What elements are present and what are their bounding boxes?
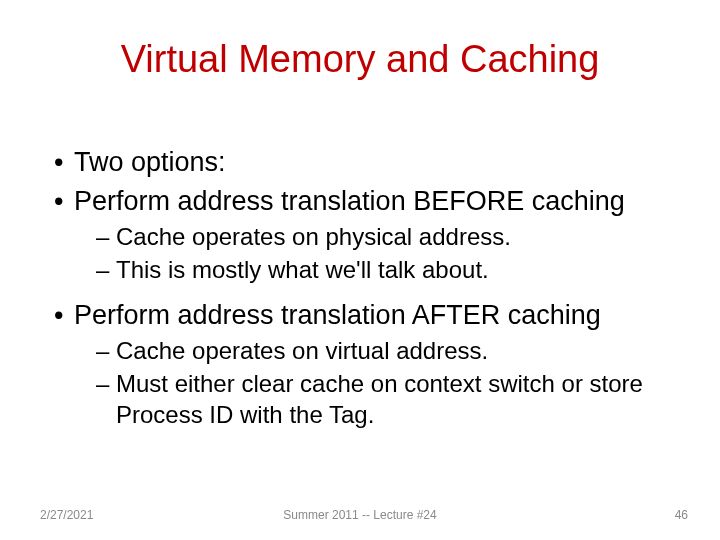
slide-body: Two options: Perform address translation…: [48, 145, 680, 432]
bullet-level1: Perform address translation BEFORE cachi…: [48, 184, 680, 219]
slide-title: Virtual Memory and Caching: [0, 38, 720, 81]
bullet-level2: Cache operates on physical address.: [48, 222, 680, 253]
bullet-level2: Must either clear cache on context switc…: [48, 369, 680, 430]
bullet-level2: Cache operates on virtual address.: [48, 336, 680, 367]
bullet-text: Cache operates on physical address.: [116, 223, 511, 250]
bullet-level1: Perform address translation AFTER cachin…: [48, 298, 680, 333]
spacer: [48, 288, 680, 298]
bullet-text: Must either clear cache on context switc…: [116, 370, 643, 428]
slide: Virtual Memory and Caching Two options: …: [0, 0, 720, 540]
bullet-level2: This is mostly what we'll talk about.: [48, 255, 680, 286]
footer-center: Summer 2011 -- Lecture #24: [0, 508, 720, 522]
footer-page-number: 46: [675, 508, 688, 522]
bullet-level1: Two options:: [48, 145, 680, 180]
bullet-text: Perform address translation AFTER cachin…: [74, 300, 601, 330]
bullet-text: This is mostly what we'll talk about.: [116, 256, 489, 283]
bullet-text: Perform address translation BEFORE cachi…: [74, 186, 625, 216]
bullet-text: Two options:: [74, 147, 226, 177]
bullet-text: Cache operates on virtual address.: [116, 337, 488, 364]
